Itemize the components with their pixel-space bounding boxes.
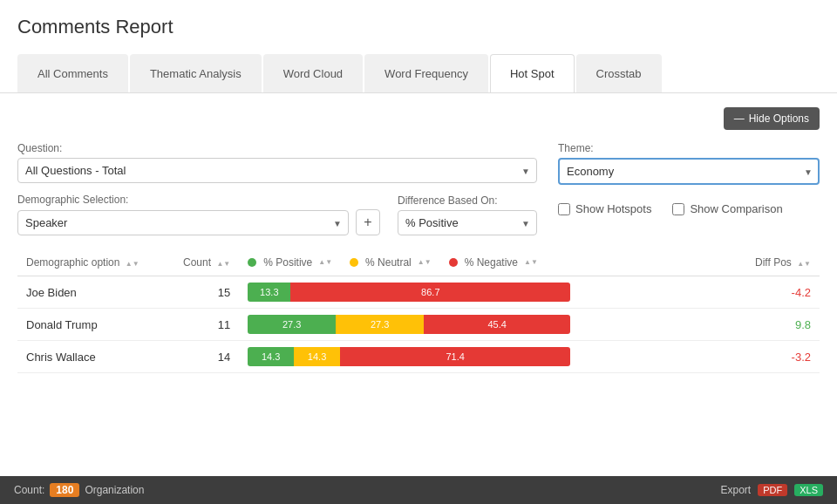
table-row: Chris Wallace1414.314.371.4-3.2 [17, 341, 820, 373]
demographic-filter: Demographic Selection: Speaker + [17, 194, 380, 235]
org-label: Organization [85, 484, 144, 496]
bar-segment-negative: 86.7 [290, 283, 570, 302]
bottom-left: Count: 180 Organization [14, 483, 144, 497]
bar-segment-negative: 45.4 [424, 315, 570, 334]
col-header-demographic[interactable]: Demographic option ▲▼ [17, 249, 174, 276]
cell-bar: 27.327.345.4 [239, 309, 746, 341]
export-label: Export [721, 484, 752, 496]
legend-positive: % Positive ▲▼ [248, 256, 332, 269]
tabs-bar: All Comments Thematic Analysis Word Clou… [0, 47, 837, 93]
left-filters: Question: All Questions - Total Demograp… [17, 142, 537, 235]
hide-options-button[interactable]: — Hide Options [724, 107, 820, 130]
demographic-select[interactable]: Speaker [17, 210, 349, 235]
theme-select[interactable]: Economy [558, 158, 820, 185]
tab-word-frequency[interactable]: Word Frequency [364, 54, 488, 92]
sort-arrows-count: ▲▼ [216, 261, 230, 268]
tab-hot-spot[interactable]: Hot Spot [490, 54, 575, 92]
show-hotspots-checkbox[interactable] [558, 203, 570, 215]
cell-diffpos: -4.2 [746, 276, 820, 309]
demographic-label: Demographic Selection: [17, 194, 380, 206]
bottom-right: Export PDF XLS [721, 484, 823, 496]
diff-based-label: Difference Based On: [398, 194, 537, 207]
cell-diffpos: 9.8 [746, 309, 820, 341]
export-pdf-icon[interactable]: PDF [758, 484, 787, 496]
show-comparison-checkbox[interactable] [672, 203, 684, 215]
bar-segment-positive: 13.3 [248, 283, 290, 302]
cell-count: 15 [174, 276, 239, 309]
col-header-diffpos[interactable]: Diff Pos ▲▼ [746, 249, 820, 276]
filters-section: Question: All Questions - Total Demograp… [17, 142, 820, 235]
cell-count: 11 [174, 309, 239, 341]
stacked-bar: 14.314.371.4 [248, 347, 570, 366]
tab-all-comments[interactable]: All Comments [17, 54, 128, 92]
col-header-bars: % Positive ▲▼ % Neutral ▲▼ % Negative ▲▼ [239, 249, 746, 276]
theme-filter: Theme: Economy [558, 142, 820, 185]
cell-name: Chris Wallace [17, 341, 174, 373]
legend-neutral: % Neutral ▲▼ [350, 256, 432, 269]
right-filters: Theme: Economy Show Hotspots Show Compar… [558, 142, 820, 235]
cell-count: 14 [174, 341, 239, 373]
minus-icon: — [734, 112, 745, 125]
diff-based-filter: Difference Based On: % Positive [398, 194, 537, 235]
data-table: Demographic option ▲▼ Count ▲▼ % Positiv… [17, 249, 820, 373]
question-select[interactable]: All Questions - Total [17, 158, 537, 183]
tab-word-cloud[interactable]: Word Cloud [263, 54, 363, 92]
question-filter: Question: All Questions - Total [17, 142, 537, 183]
page-title: Comments Report [0, 0, 837, 47]
cell-bar: 13.386.7 [239, 276, 746, 309]
cell-name: Donald Trump [17, 309, 174, 341]
export-excel-icon[interactable]: XLS [794, 484, 823, 496]
bar-segment-neutral: 27.3 [336, 315, 424, 334]
show-hotspots-checkbox-label[interactable]: Show Hotspots [558, 202, 651, 215]
checkboxes-row: Show Hotspots Show Comparison [558, 202, 820, 215]
table-row: Joe Biden1513.386.7-4.2 [17, 276, 820, 309]
bar-segment-positive: 27.3 [248, 315, 336, 334]
add-demographic-button[interactable]: + [356, 209, 380, 235]
options-row: — Hide Options [17, 107, 820, 130]
sort-arrows-demographic: ▲▼ [126, 261, 140, 268]
bar-segment-negative: 71.4 [340, 347, 570, 366]
table-row: Donald Trump1127.327.345.49.8 [17, 309, 820, 341]
cell-diffpos: -3.2 [746, 341, 820, 373]
legend-negative: % Negative ▲▼ [449, 256, 538, 269]
sort-arrows-diffpos: ▲▼ [797, 261, 811, 268]
show-comparison-checkbox-label[interactable]: Show Comparison [672, 202, 782, 215]
count-label: Count: [14, 484, 44, 496]
cell-name: Joe Biden [17, 276, 174, 309]
col-header-count[interactable]: Count ▲▼ [174, 249, 239, 276]
count-badge: 180 [50, 483, 79, 497]
theme-label: Theme: [558, 142, 820, 154]
tab-crosstab[interactable]: Crosstab [576, 54, 662, 92]
stacked-bar: 27.327.345.4 [248, 315, 570, 334]
bar-segment-positive: 14.3 [248, 347, 294, 366]
cell-bar: 14.314.371.4 [239, 341, 746, 373]
diff-based-select[interactable]: % Positive [398, 210, 537, 235]
content-area: — Hide Options Question: All Questions -… [0, 93, 837, 504]
stacked-bar: 13.386.7 [248, 283, 570, 302]
bottom-bar: Count: 180 Organization Export PDF XLS [0, 476, 837, 504]
tab-thematic-analysis[interactable]: Thematic Analysis [130, 54, 262, 92]
bar-segment-neutral: 14.3 [294, 347, 340, 366]
question-label: Question: [17, 142, 537, 154]
